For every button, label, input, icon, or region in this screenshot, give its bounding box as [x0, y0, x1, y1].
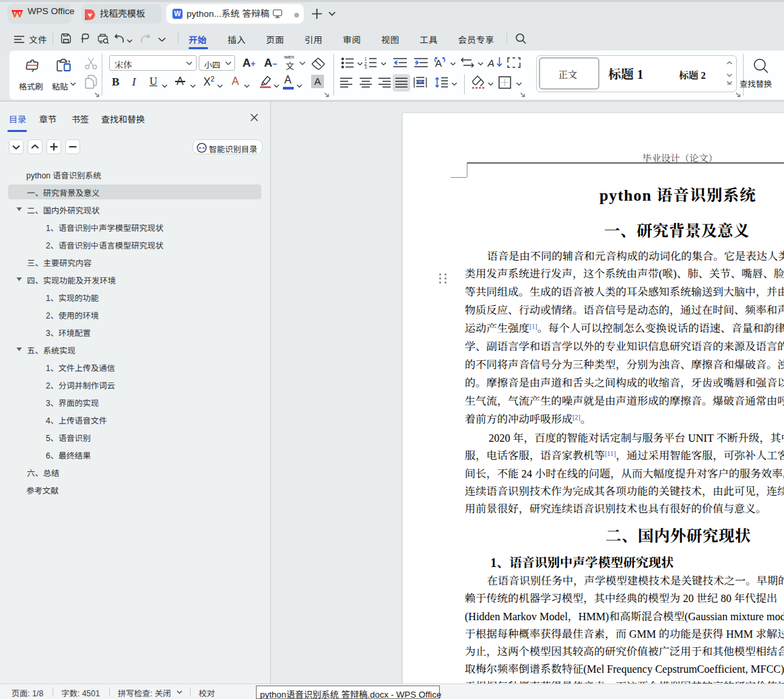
svg-text:W: W — [174, 9, 181, 18]
svg-text:3: 3 — [364, 65, 367, 69]
